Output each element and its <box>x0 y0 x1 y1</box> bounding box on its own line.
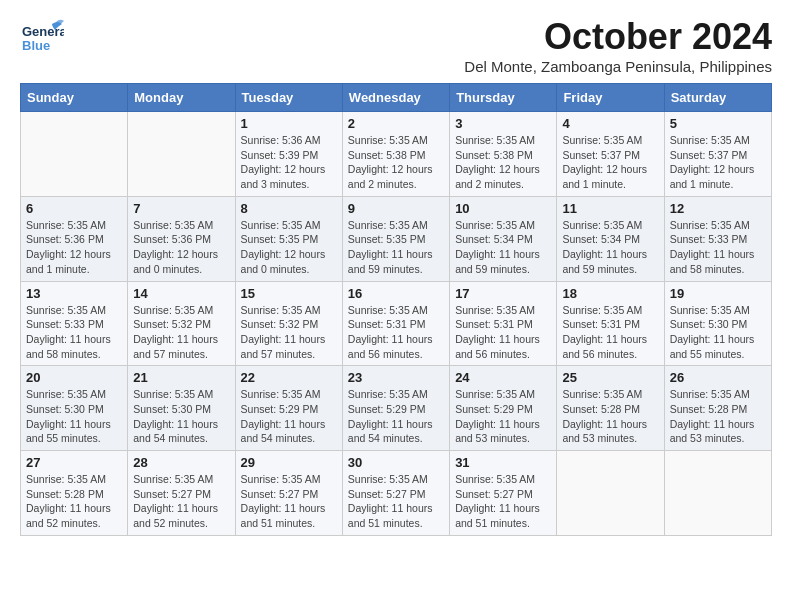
calendar-cell: 14Sunrise: 5:35 AM Sunset: 5:32 PM Dayli… <box>128 281 235 366</box>
calendar-cell: 27Sunrise: 5:35 AM Sunset: 5:28 PM Dayli… <box>21 451 128 536</box>
day-number: 4 <box>562 116 658 131</box>
day-number: 7 <box>133 201 229 216</box>
calendar-week-row: 6Sunrise: 5:35 AM Sunset: 5:36 PM Daylig… <box>21 196 772 281</box>
weekday-header-monday: Monday <box>128 84 235 112</box>
calendar-week-row: 13Sunrise: 5:35 AM Sunset: 5:33 PM Dayli… <box>21 281 772 366</box>
day-info: Sunrise: 5:35 AM Sunset: 5:29 PM Dayligh… <box>348 387 444 446</box>
calendar-cell: 8Sunrise: 5:35 AM Sunset: 5:35 PM Daylig… <box>235 196 342 281</box>
calendar-week-row: 27Sunrise: 5:35 AM Sunset: 5:28 PM Dayli… <box>21 451 772 536</box>
day-number: 13 <box>26 286 122 301</box>
day-number: 6 <box>26 201 122 216</box>
calendar-cell: 17Sunrise: 5:35 AM Sunset: 5:31 PM Dayli… <box>450 281 557 366</box>
day-info: Sunrise: 5:35 AM Sunset: 5:34 PM Dayligh… <box>562 218 658 277</box>
calendar-cell: 28Sunrise: 5:35 AM Sunset: 5:27 PM Dayli… <box>128 451 235 536</box>
calendar-cell: 13Sunrise: 5:35 AM Sunset: 5:33 PM Dayli… <box>21 281 128 366</box>
day-number: 11 <box>562 201 658 216</box>
day-info: Sunrise: 5:35 AM Sunset: 5:31 PM Dayligh… <box>348 303 444 362</box>
calendar-cell <box>21 112 128 197</box>
day-number: 26 <box>670 370 766 385</box>
calendar-cell: 5Sunrise: 5:35 AM Sunset: 5:37 PM Daylig… <box>664 112 771 197</box>
day-info: Sunrise: 5:35 AM Sunset: 5:37 PM Dayligh… <box>562 133 658 192</box>
header: General Blue October 2024 Del Monte, Zam… <box>20 16 772 75</box>
day-info: Sunrise: 5:35 AM Sunset: 5:36 PM Dayligh… <box>133 218 229 277</box>
calendar-cell: 26Sunrise: 5:35 AM Sunset: 5:28 PM Dayli… <box>664 366 771 451</box>
day-number: 14 <box>133 286 229 301</box>
calendar-cell: 24Sunrise: 5:35 AM Sunset: 5:29 PM Dayli… <box>450 366 557 451</box>
day-number: 3 <box>455 116 551 131</box>
day-info: Sunrise: 5:35 AM Sunset: 5:30 PM Dayligh… <box>26 387 122 446</box>
calendar-week-row: 1Sunrise: 5:36 AM Sunset: 5:39 PM Daylig… <box>21 112 772 197</box>
day-number: 1 <box>241 116 337 131</box>
day-number: 9 <box>348 201 444 216</box>
location-title: Del Monte, Zamboanga Peninsula, Philippi… <box>464 58 772 75</box>
day-info: Sunrise: 5:35 AM Sunset: 5:33 PM Dayligh… <box>26 303 122 362</box>
calendar-cell: 6Sunrise: 5:35 AM Sunset: 5:36 PM Daylig… <box>21 196 128 281</box>
weekday-header-friday: Friday <box>557 84 664 112</box>
day-number: 18 <box>562 286 658 301</box>
calendar-cell: 1Sunrise: 5:36 AM Sunset: 5:39 PM Daylig… <box>235 112 342 197</box>
day-info: Sunrise: 5:35 AM Sunset: 5:27 PM Dayligh… <box>133 472 229 531</box>
day-number: 15 <box>241 286 337 301</box>
day-info: Sunrise: 5:35 AM Sunset: 5:33 PM Dayligh… <box>670 218 766 277</box>
day-number: 2 <box>348 116 444 131</box>
day-number: 21 <box>133 370 229 385</box>
calendar-cell: 20Sunrise: 5:35 AM Sunset: 5:30 PM Dayli… <box>21 366 128 451</box>
title-area: October 2024 Del Monte, Zamboanga Penins… <box>464 16 772 75</box>
calendar-cell: 25Sunrise: 5:35 AM Sunset: 5:28 PM Dayli… <box>557 366 664 451</box>
weekday-header-row: SundayMondayTuesdayWednesdayThursdayFrid… <box>21 84 772 112</box>
day-info: Sunrise: 5:35 AM Sunset: 5:35 PM Dayligh… <box>241 218 337 277</box>
calendar-cell: 9Sunrise: 5:35 AM Sunset: 5:35 PM Daylig… <box>342 196 449 281</box>
day-number: 17 <box>455 286 551 301</box>
day-number: 24 <box>455 370 551 385</box>
calendar-cell: 31Sunrise: 5:35 AM Sunset: 5:27 PM Dayli… <box>450 451 557 536</box>
day-info: Sunrise: 5:35 AM Sunset: 5:28 PM Dayligh… <box>562 387 658 446</box>
day-info: Sunrise: 5:35 AM Sunset: 5:36 PM Dayligh… <box>26 218 122 277</box>
weekday-header-wednesday: Wednesday <box>342 84 449 112</box>
day-info: Sunrise: 5:35 AM Sunset: 5:28 PM Dayligh… <box>26 472 122 531</box>
day-info: Sunrise: 5:35 AM Sunset: 5:31 PM Dayligh… <box>562 303 658 362</box>
calendar-cell: 7Sunrise: 5:35 AM Sunset: 5:36 PM Daylig… <box>128 196 235 281</box>
day-info: Sunrise: 5:35 AM Sunset: 5:32 PM Dayligh… <box>133 303 229 362</box>
day-number: 8 <box>241 201 337 216</box>
calendar-cell: 16Sunrise: 5:35 AM Sunset: 5:31 PM Dayli… <box>342 281 449 366</box>
calendar-cell: 2Sunrise: 5:35 AM Sunset: 5:38 PM Daylig… <box>342 112 449 197</box>
calendar-table: SundayMondayTuesdayWednesdayThursdayFrid… <box>20 83 772 536</box>
day-number: 10 <box>455 201 551 216</box>
calendar-cell: 4Sunrise: 5:35 AM Sunset: 5:37 PM Daylig… <box>557 112 664 197</box>
weekday-header-tuesday: Tuesday <box>235 84 342 112</box>
day-number: 31 <box>455 455 551 470</box>
day-info: Sunrise: 5:35 AM Sunset: 5:30 PM Dayligh… <box>670 303 766 362</box>
day-number: 29 <box>241 455 337 470</box>
day-info: Sunrise: 5:35 AM Sunset: 5:27 PM Dayligh… <box>348 472 444 531</box>
day-info: Sunrise: 5:35 AM Sunset: 5:38 PM Dayligh… <box>348 133 444 192</box>
day-info: Sunrise: 5:35 AM Sunset: 5:35 PM Dayligh… <box>348 218 444 277</box>
calendar-cell: 15Sunrise: 5:35 AM Sunset: 5:32 PM Dayli… <box>235 281 342 366</box>
calendar-cell <box>664 451 771 536</box>
calendar-cell: 23Sunrise: 5:35 AM Sunset: 5:29 PM Dayli… <box>342 366 449 451</box>
calendar-cell: 11Sunrise: 5:35 AM Sunset: 5:34 PM Dayli… <box>557 196 664 281</box>
calendar-cell: 29Sunrise: 5:35 AM Sunset: 5:27 PM Dayli… <box>235 451 342 536</box>
calendar-cell: 21Sunrise: 5:35 AM Sunset: 5:30 PM Dayli… <box>128 366 235 451</box>
logo: General Blue <box>20 16 64 60</box>
day-info: Sunrise: 5:35 AM Sunset: 5:29 PM Dayligh… <box>455 387 551 446</box>
day-info: Sunrise: 5:35 AM Sunset: 5:28 PM Dayligh… <box>670 387 766 446</box>
day-info: Sunrise: 5:35 AM Sunset: 5:32 PM Dayligh… <box>241 303 337 362</box>
logo-icon: General Blue <box>20 16 64 60</box>
day-info: Sunrise: 5:35 AM Sunset: 5:34 PM Dayligh… <box>455 218 551 277</box>
calendar-cell: 30Sunrise: 5:35 AM Sunset: 5:27 PM Dayli… <box>342 451 449 536</box>
day-number: 20 <box>26 370 122 385</box>
day-number: 27 <box>26 455 122 470</box>
day-number: 19 <box>670 286 766 301</box>
calendar-cell: 22Sunrise: 5:35 AM Sunset: 5:29 PM Dayli… <box>235 366 342 451</box>
day-info: Sunrise: 5:35 AM Sunset: 5:37 PM Dayligh… <box>670 133 766 192</box>
day-number: 30 <box>348 455 444 470</box>
calendar-cell <box>557 451 664 536</box>
weekday-header-sunday: Sunday <box>21 84 128 112</box>
day-info: Sunrise: 5:35 AM Sunset: 5:27 PM Dayligh… <box>241 472 337 531</box>
day-info: Sunrise: 5:35 AM Sunset: 5:30 PM Dayligh… <box>133 387 229 446</box>
day-info: Sunrise: 5:35 AM Sunset: 5:27 PM Dayligh… <box>455 472 551 531</box>
day-number: 5 <box>670 116 766 131</box>
svg-text:Blue: Blue <box>22 38 50 53</box>
calendar-week-row: 20Sunrise: 5:35 AM Sunset: 5:30 PM Dayli… <box>21 366 772 451</box>
day-number: 23 <box>348 370 444 385</box>
